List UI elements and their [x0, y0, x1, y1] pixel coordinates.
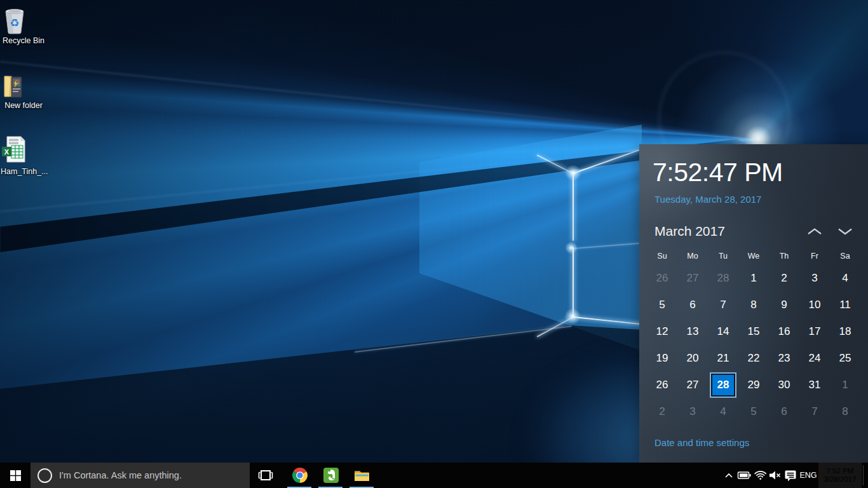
window-frame-line — [573, 173, 574, 241]
task-view-icon — [257, 467, 274, 484]
show-desktop-button[interactable] — [864, 463, 868, 488]
taskbar-app-file-explorer[interactable] — [346, 463, 377, 488]
calendar-day[interactable]: 3 — [677, 398, 708, 425]
chevron-up-icon — [807, 227, 822, 235]
calendar-day[interactable]: 24 — [799, 345, 830, 372]
day-header: Sa — [830, 250, 860, 262]
desktop-icon-label: Recycle Bin — [1, 36, 46, 45]
calendar-day[interactable]: 20 — [677, 345, 708, 372]
calendar-day[interactable]: 29 — [738, 372, 769, 398]
desktop-icon-excel-file[interactable]: X Ham_Tinh_... — [1, 136, 46, 176]
desktop-icon-label: New folder — [1, 101, 46, 110]
calendar-day[interactable]: 4 — [830, 265, 860, 292]
calendar-grid: 2627281234567891011121314151617181920212… — [647, 265, 860, 425]
desktop-icon-label: Ham_Tinh_... — [1, 167, 46, 176]
evernote-icon — [323, 467, 339, 484]
calendar-day[interactable]: 6 — [769, 398, 799, 425]
window-frame-line — [573, 247, 574, 317]
calendar-day[interactable]: 23 — [769, 345, 799, 372]
day-header: Fr — [799, 250, 830, 262]
clock-date: 3/28/2017 — [818, 475, 862, 484]
cortana-circle-icon — [37, 468, 52, 483]
clock-calendar-flyout: 7:52:47 PM Tuesday, March 28, 2017 March… — [639, 144, 868, 463]
calendar-day[interactable]: 1 — [738, 265, 769, 292]
desktop-icon-new-folder[interactable]: New folder — [1, 71, 46, 110]
language-indicator[interactable]: ENG — [798, 463, 818, 488]
calendar-next-month-button[interactable] — [834, 223, 856, 240]
calendar-day-selected[interactable]: 28 — [708, 372, 738, 398]
volume-muted-icon — [768, 468, 782, 482]
windows-logo-icon — [10, 470, 21, 481]
calendar-day[interactable]: 26 — [647, 372, 677, 398]
calendar-day[interactable]: 7 — [708, 292, 738, 318]
calendar-day[interactable]: 18 — [830, 318, 860, 345]
day-header: Tu — [708, 250, 738, 262]
action-center-button[interactable] — [783, 463, 798, 488]
calendar-day[interactable]: 27 — [677, 372, 708, 398]
calendar-day[interactable]: 19 — [647, 345, 677, 372]
taskbar-app-chrome[interactable] — [284, 463, 315, 488]
svg-text:♻: ♻ — [10, 17, 19, 29]
calendar-day[interactable]: 9 — [769, 292, 799, 318]
calendar-day[interactable]: 4 — [708, 398, 738, 425]
battery-tray-button[interactable] — [736, 463, 752, 488]
calendar-day[interactable]: 31 — [799, 372, 830, 398]
calendar-day[interactable]: 5 — [647, 292, 677, 318]
calendar-day[interactable]: 30 — [769, 372, 799, 398]
calendar-day[interactable]: 7 — [799, 398, 830, 425]
calendar-month-label: March 2017 — [654, 223, 725, 240]
battery-icon — [737, 468, 751, 482]
action-center-icon — [783, 468, 797, 482]
calendar-day[interactable]: 8 — [830, 398, 860, 425]
calendar-day[interactable]: 10 — [799, 292, 830, 318]
clock-time: 7:52 PM — [818, 467, 862, 475]
calendar-day[interactable]: 17 — [799, 318, 830, 345]
recycle-bin-icon: ♻ — [1, 5, 46, 34]
cortana-search-box[interactable] — [31, 463, 250, 488]
calendar-day[interactable]: 2 — [769, 265, 799, 292]
taskbar-clock[interactable]: 7:52 PM 3/28/2017 — [818, 463, 862, 488]
calendar-day[interactable]: 16 — [769, 318, 799, 345]
volume-tray-button[interactable] — [768, 463, 783, 488]
flyout-time: 7:52:47 PM — [653, 154, 783, 190]
task-view-button[interactable] — [250, 463, 281, 488]
day-header: Mo — [677, 250, 708, 262]
chrome-icon — [292, 467, 308, 484]
calendar-day[interactable]: 25 — [830, 345, 860, 372]
taskbar: ENG 7:52 PM 3/28/2017 — [0, 463, 868, 488]
calendar-day[interactable]: 1 — [830, 372, 860, 398]
calendar-prev-month-button[interactable] — [804, 223, 825, 240]
calendar-day[interactable]: 28 — [708, 265, 738, 292]
show-hidden-icons-button[interactable] — [722, 463, 736, 488]
day-header: Th — [769, 250, 799, 262]
calendar-day[interactable]: 8 — [738, 292, 769, 318]
search-input[interactable] — [58, 470, 238, 481]
calendar-day[interactable]: 22 — [738, 345, 769, 372]
day-header: Su — [647, 250, 677, 262]
calendar-day[interactable]: 13 — [677, 318, 708, 345]
excel-file-icon: X — [1, 136, 46, 165]
svg-text:X: X — [4, 148, 10, 156]
taskbar-apps — [284, 463, 377, 488]
calendar-day[interactable]: 14 — [708, 318, 738, 345]
calendar-day-headers: SuMoTuWeThFrSa — [647, 250, 860, 262]
calendar-day[interactable]: 6 — [677, 292, 708, 318]
calendar-day[interactable]: 21 — [708, 345, 738, 372]
file-explorer-icon — [353, 467, 370, 484]
calendar-day[interactable]: 15 — [738, 318, 769, 345]
wifi-icon — [753, 468, 767, 482]
calendar-day[interactable]: 27 — [677, 265, 708, 292]
calendar-day[interactable]: 3 — [799, 265, 830, 292]
calendar-day[interactable]: 12 — [647, 318, 677, 345]
chevron-down-icon — [837, 227, 853, 235]
calendar-day[interactable]: 5 — [738, 398, 769, 425]
desktop-icon-recycle-bin[interactable]: ♻ Recycle Bin — [1, 5, 46, 45]
date-time-settings-link[interactable]: Date and time settings — [654, 437, 749, 448]
taskbar-app-evernote[interactable] — [315, 463, 346, 488]
calendar-day[interactable]: 11 — [830, 292, 860, 318]
calendar-day[interactable]: 2 — [647, 398, 677, 425]
start-button[interactable] — [0, 463, 31, 488]
flyout-date: Tuesday, March 28, 2017 — [654, 194, 761, 205]
network-tray-button[interactable] — [752, 463, 768, 488]
calendar-day[interactable]: 26 — [647, 265, 677, 292]
